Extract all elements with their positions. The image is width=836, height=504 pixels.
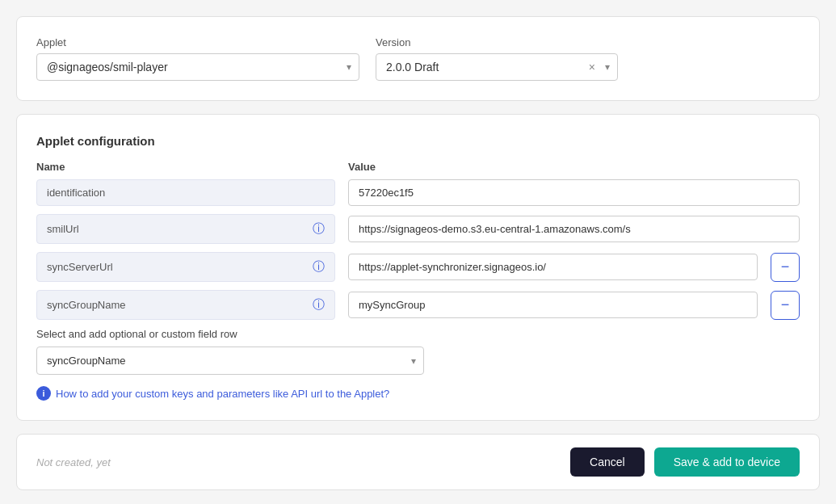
minus-icon: − — [781, 258, 790, 275]
config-row: syncServerUrl ⓘ − — [36, 252, 800, 282]
field-name-syncServerUrl: syncServerUrl ⓘ — [36, 252, 335, 282]
not-created-status: Not created, yet — [36, 456, 111, 468]
optional-field-select[interactable]: syncGroupName — [36, 346, 424, 375]
optional-label: Select and add optional or custom field … — [36, 328, 800, 340]
name-column-header: Name — [36, 161, 335, 173]
help-link[interactable]: i How to add your custom keys and parame… — [36, 386, 800, 401]
version-clear-icon[interactable]: × — [589, 61, 595, 74]
cancel-button[interactable]: Cancel — [570, 447, 645, 477]
smilUrl-info-icon[interactable]: ⓘ — [313, 221, 325, 237]
remove-syncGroupName-button[interactable]: − — [771, 291, 800, 320]
field-value-smilUrl[interactable] — [348, 216, 800, 242]
minus-icon: − — [781, 296, 790, 313]
remove-syncServerUrl-button[interactable]: − — [771, 253, 800, 282]
bottom-actions: Cancel Save & add to device — [570, 447, 800, 477]
field-value-syncServerUrl[interactable] — [348, 254, 758, 280]
config-row: syncGroupName ⓘ − — [36, 290, 800, 320]
value-column-header: Value — [348, 161, 800, 173]
config-row: smilUrl ⓘ — [36, 214, 800, 244]
syncGroupName-info-icon[interactable]: ⓘ — [313, 297, 325, 313]
config-title: Applet configuration — [36, 134, 800, 148]
syncServerUrl-info-icon[interactable]: ⓘ — [313, 259, 325, 275]
field-name-syncGroupName: syncGroupName ⓘ — [36, 290, 335, 320]
applet-label: Applet — [36, 36, 359, 48]
bottom-bar: Not created, yet Cancel Save & add to de… — [16, 434, 820, 490]
version-select[interactable]: 2.0.0 Draft — [376, 53, 618, 81]
field-name-smilUrl: smilUrl ⓘ — [36, 214, 335, 244]
help-info-icon: i — [36, 386, 51, 401]
version-label: Version — [376, 36, 618, 48]
help-link-text: How to add your custom keys and paramete… — [56, 388, 389, 400]
save-add-to-device-button[interactable]: Save & add to device — [654, 447, 800, 477]
field-name-identification: identification — [36, 179, 335, 206]
config-row: identification — [36, 179, 800, 206]
field-value-identification[interactable] — [348, 179, 800, 206]
applet-select[interactable]: @signageos/smil-player — [36, 53, 359, 81]
field-value-syncGroupName[interactable] — [348, 292, 758, 318]
